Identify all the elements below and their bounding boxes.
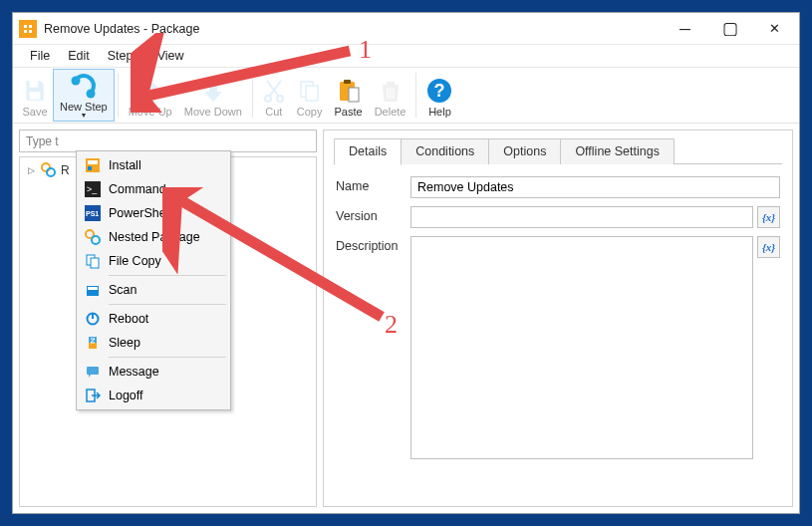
details-form: Name Version {x} Description {x} <box>334 164 782 467</box>
dropdown-separator <box>109 357 226 358</box>
svg-point-2 <box>71 76 80 85</box>
dd-install[interactable]: Install <box>79 153 228 177</box>
description-field[interactable] <box>410 236 753 459</box>
tab-conditions[interactable]: Conditions <box>401 138 489 164</box>
svg-rect-7 <box>306 86 318 101</box>
dropdown-separator <box>109 304 226 305</box>
delete-icon <box>380 76 402 106</box>
help-button[interactable]: ? Help <box>420 70 458 121</box>
description-template-button[interactable]: {x} <box>757 236 780 258</box>
dd-sleep[interactable]: Sleep <box>79 331 228 355</box>
name-label: Name <box>336 176 410 193</box>
svg-rect-0 <box>30 81 39 88</box>
dd-reboot[interactable]: Reboot <box>79 307 228 331</box>
description-label: Description <box>336 236 410 253</box>
copy-icon <box>298 76 322 106</box>
toolbar-separator <box>415 73 416 118</box>
dd-powershell[interactable]: PS1 PowerShell <box>79 201 228 225</box>
svg-rect-31 <box>89 343 97 349</box>
move-down-button[interactable]: Move Down <box>178 70 248 121</box>
window-controls <box>663 14 797 43</box>
titlebar: Remove Updates - Package <box>13 13 799 44</box>
new-step-dropdown: Install >_ Command PS1 PowerShell Nested… <box>76 150 231 410</box>
command-icon: >_ <box>79 181 107 197</box>
new-step-icon <box>69 72 99 101</box>
app-window: Remove Updates - Package File Edit Steps… <box>12 12 800 514</box>
tabstrip: Details Conditions Options Offline Setti… <box>334 138 782 164</box>
move-up-button[interactable]: Move Up <box>123 70 178 121</box>
toolbar: Save New Step ▼ Move Up Mo <box>13 68 799 124</box>
svg-rect-16 <box>88 160 98 164</box>
message-icon <box>79 364 107 380</box>
version-field[interactable] <box>410 206 753 228</box>
window-title: Remove Updates - Package <box>44 22 663 36</box>
name-field[interactable] <box>410 176 780 198</box>
menu-edit[interactable]: Edit <box>59 46 99 66</box>
menubar: File Edit Steps View <box>13 44 799 68</box>
file-copy-icon <box>79 253 107 269</box>
svg-point-14 <box>47 168 55 176</box>
dd-logoff[interactable]: Logoff <box>79 384 228 407</box>
dd-message[interactable]: Message <box>79 360 228 384</box>
tree-root-label: R <box>61 163 70 177</box>
cut-icon <box>263 76 285 106</box>
version-label: Version <box>336 206 410 223</box>
dd-scan[interactable]: Scan <box>79 278 228 302</box>
menu-file[interactable]: File <box>21 46 59 66</box>
svg-point-4 <box>265 96 271 102</box>
svg-rect-30 <box>89 337 97 343</box>
svg-point-3 <box>86 89 95 98</box>
svg-text:>_: >_ <box>87 184 98 194</box>
paste-icon <box>337 76 361 106</box>
svg-point-23 <box>92 236 100 244</box>
filter-input[interactable] <box>19 130 317 152</box>
svg-rect-25 <box>91 258 99 268</box>
new-step-button[interactable]: New Step ▼ <box>54 70 114 121</box>
save-button[interactable]: Save <box>16 70 54 121</box>
tab-options[interactable]: Options <box>488 138 561 164</box>
move-down-icon <box>202 76 224 106</box>
tab-details[interactable]: Details <box>334 138 402 165</box>
dropdown-separator <box>109 275 226 276</box>
powershell-icon: PS1 <box>79 205 107 221</box>
svg-rect-32 <box>87 367 99 375</box>
save-icon <box>22 76 48 106</box>
maximize-button[interactable] <box>707 14 752 43</box>
sleep-icon <box>79 335 107 351</box>
minimize-button[interactable] <box>663 14 707 43</box>
menu-view[interactable]: View <box>148 46 193 66</box>
dd-nested-package[interactable]: Nested Package <box>79 225 228 249</box>
app-icon <box>19 20 37 38</box>
move-up-icon <box>139 76 161 106</box>
annotation-label-1: 1 <box>359 35 372 65</box>
tab-offline-settings[interactable]: Offline Settings <box>560 138 675 164</box>
cut-button[interactable]: Cut <box>257 70 291 121</box>
reboot-icon <box>79 311 107 327</box>
scan-icon <box>79 282 107 298</box>
svg-point-5 <box>277 96 283 102</box>
svg-text:?: ? <box>434 81 445 101</box>
help-icon: ? <box>426 76 452 106</box>
nested-package-icon <box>79 229 107 245</box>
delete-button[interactable]: Delete <box>369 70 412 121</box>
version-template-button[interactable]: {x} <box>757 206 780 228</box>
svg-rect-17 <box>88 166 92 170</box>
toolbar-separator <box>118 73 119 118</box>
package-icon <box>41 162 56 177</box>
install-icon <box>79 157 107 173</box>
svg-rect-10 <box>349 88 359 102</box>
chevron-down-icon: ▼ <box>80 113 87 118</box>
annotation-label-2: 2 <box>385 310 398 340</box>
close-button[interactable] <box>752 14 797 43</box>
svg-text:PS1: PS1 <box>86 210 99 217</box>
paste-button[interactable]: Paste <box>329 70 369 121</box>
expand-icon[interactable]: ▷ <box>26 165 36 175</box>
dd-command[interactable]: >_ Command <box>79 177 228 201</box>
svg-rect-9 <box>344 80 351 84</box>
copy-button[interactable]: Copy <box>291 70 329 121</box>
svg-rect-27 <box>88 287 98 290</box>
logoff-icon <box>79 388 107 403</box>
svg-rect-1 <box>30 92 41 100</box>
dd-file-copy[interactable]: File Copy <box>79 249 228 273</box>
menu-steps[interactable]: Steps <box>99 46 148 66</box>
